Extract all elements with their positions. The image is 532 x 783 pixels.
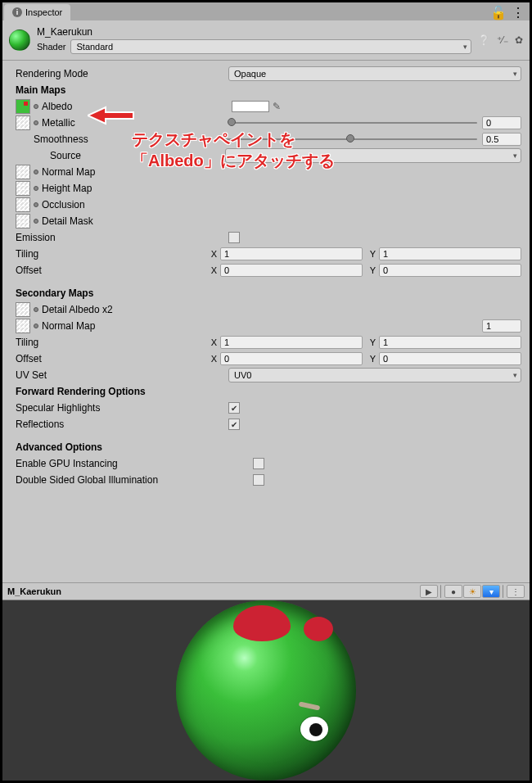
sec-normal-target-icon	[34, 324, 38, 328]
material-header: M_Kaerukun Shader Standard ❔ ⁺⁄₋ ✿	[2, 20, 530, 57]
detailmask-texture-slot[interactable]	[16, 214, 30, 229]
tab-label: Inspector	[25, 7, 62, 17]
lock-icon[interactable]: 🔓	[490, 5, 507, 20]
occlusion-target-icon	[34, 202, 38, 207]
sec-offset-y[interactable]: 0	[379, 352, 521, 365]
advanced-heading: Advanced Options	[16, 441, 228, 453]
secondary-maps-heading: Secondary Maps	[16, 287, 228, 299]
metallic-target-icon	[34, 120, 38, 125]
metallic-thumb[interactable]	[228, 118, 236, 126]
normal-texture-slot[interactable]	[16, 165, 30, 179]
detail-albedo-label: Detail Albedo x2	[42, 304, 113, 315]
offset-y[interactable]: 0	[379, 264, 521, 277]
emission-checkbox[interactable]	[228, 232, 240, 243]
normal-target-icon	[34, 170, 38, 174]
metallic-texture-slot[interactable]	[16, 115, 30, 130]
smoothness-value[interactable]: 0.5	[482, 133, 521, 146]
preset-icon[interactable]: ⁺⁄₋	[497, 34, 508, 46]
shader-dropdown[interactable]: Standard	[70, 39, 471, 54]
info-icon: i	[12, 7, 22, 17]
forward-heading: Forward Rendering Options	[16, 386, 228, 397]
preview-light-button[interactable]: ☀	[463, 585, 481, 598]
material-name: M_Kaerukun	[37, 26, 471, 38]
detail-albedo-target-icon	[34, 307, 38, 312]
specular-label: Specular Highlights	[16, 402, 228, 414]
uv-set-dropdown[interactable]: UV0	[228, 368, 521, 382]
shader-label: Shader	[37, 42, 65, 52]
metallic-label: Metallic	[42, 117, 84, 129]
occlusion-label: Occlusion	[42, 199, 85, 210]
sec-tiling-y[interactable]: 1	[379, 336, 521, 349]
preview-name: M_Kaerukun	[7, 586, 61, 596]
tab-inspector[interactable]: i Inspector	[4, 4, 70, 20]
red-spot-1	[233, 605, 291, 641]
albedo-label: Albedo	[42, 101, 232, 112]
reflections-label: Reflections	[16, 419, 228, 430]
sec-offset-x[interactable]: 0	[220, 352, 363, 365]
height-target-icon	[34, 186, 38, 191]
preview-bar: M_Kaerukun ▶ ● ☀ ▾ ⋮	[2, 582, 530, 600]
help-icon[interactable]: ❔	[478, 34, 490, 46]
eyedropper-icon[interactable]: ✎	[273, 101, 281, 112]
material-icon	[9, 29, 30, 51]
material-preview[interactable]	[2, 600, 530, 781]
albedo-texture-slot[interactable]	[16, 99, 30, 114]
tab-bar: i Inspector 🔓 ⋮	[2, 2, 530, 20]
dsgi-label: Double Sided Global Illumination	[16, 474, 253, 486]
source-label: Source	[50, 150, 225, 161]
detail-albedo-slot[interactable]	[16, 302, 30, 317]
main-maps-heading: Main Maps	[16, 84, 228, 96]
red-spot-2	[304, 617, 333, 641]
reflections-checkbox[interactable]	[228, 419, 240, 430]
albedo-target-icon	[34, 104, 38, 109]
preview-shape-button[interactable]: ●	[444, 585, 462, 598]
sec-normal-label: Normal Map	[42, 320, 232, 332]
source-dropdown[interactable]	[225, 148, 521, 163]
gear-icon[interactable]: ✿	[515, 34, 523, 46]
uv-set-label: UV Set	[16, 369, 228, 381]
smoothness-slider[interactable]	[223, 138, 477, 140]
metallic-slider[interactable]	[232, 122, 477, 124]
smoothness-label: Smoothness	[34, 134, 112, 145]
preview-play-button[interactable]: ▶	[420, 585, 438, 598]
gpu-instancing-checkbox[interactable]	[253, 458, 264, 469]
offset-label: Offset	[16, 265, 207, 276]
height-label: Height Map	[42, 183, 92, 194]
tiling-y[interactable]: 1	[379, 247, 521, 260]
albedo-color[interactable]	[232, 101, 269, 112]
specular-checkbox[interactable]	[228, 402, 240, 414]
sec-normal-value[interactable]: 1	[482, 319, 521, 333]
detailmask-label: Detail Mask	[42, 215, 93, 227]
detailmask-target-icon	[34, 219, 38, 224]
preview-sphere	[176, 600, 356, 781]
sec-normal-slot[interactable]	[16, 319, 30, 333]
preview-menu-button[interactable]: ⋮	[507, 585, 525, 598]
tiling-x[interactable]: 1	[220, 247, 363, 260]
offset-x[interactable]: 0	[220, 264, 363, 277]
dsgi-checkbox[interactable]	[253, 474, 264, 486]
metallic-value[interactable]: 0	[482, 116, 521, 129]
kebab-icon[interactable]: ⋮	[512, 5, 525, 20]
smoothness-thumb[interactable]	[346, 134, 354, 143]
emission-label: Emission	[16, 232, 228, 243]
rendering-mode-label: Rendering Mode	[16, 68, 228, 79]
eyebrow	[299, 701, 321, 710]
sec-offset-label: Offset	[16, 353, 207, 364]
eye	[300, 717, 328, 741]
occlusion-texture-slot[interactable]	[16, 197, 30, 212]
tiling-label: Tiling	[16, 248, 207, 260]
sec-tiling-x[interactable]: 1	[220, 336, 363, 349]
rendering-mode-dropdown[interactable]: Opaque	[228, 66, 521, 81]
preview-sky-button[interactable]: ▾	[482, 585, 500, 598]
height-texture-slot[interactable]	[16, 181, 30, 196]
sec-tiling-label: Tiling	[16, 337, 207, 348]
gpu-instancing-label: Enable GPU Instancing	[16, 458, 253, 469]
normal-label: Normal Map	[42, 166, 95, 178]
